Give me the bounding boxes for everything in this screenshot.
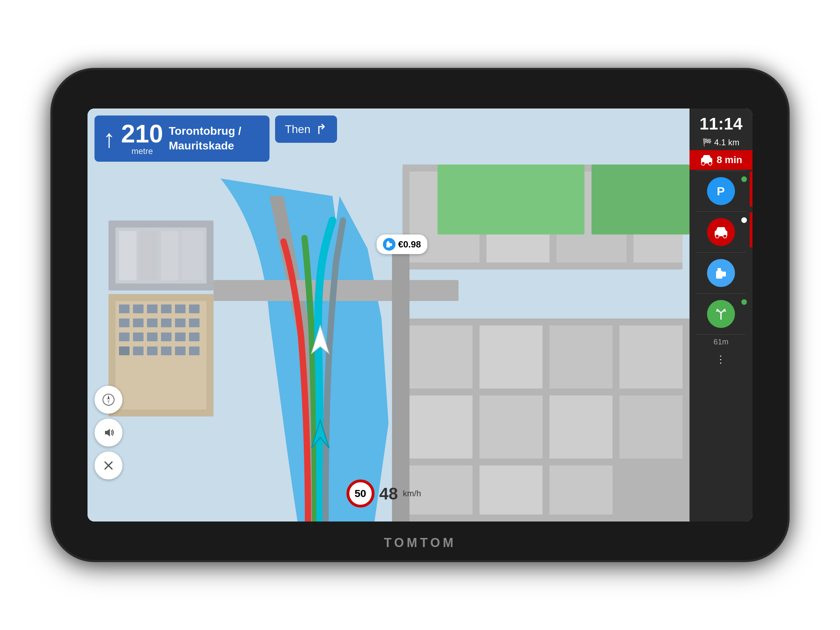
svg-point-66 [701, 162, 705, 165]
close-button[interactable] [95, 452, 123, 480]
svg-rect-19 [161, 319, 172, 327]
volume-button[interactable] [95, 418, 123, 447]
more-icon: ⋮ [716, 354, 726, 365]
divider-5 [696, 334, 746, 335]
svg-marker-59 [105, 429, 110, 436]
nav-bar: ↑ 210 metre Torontobrug / Mauritskade Th… [87, 109, 690, 162]
speed-display: 50 48 km/h [346, 480, 421, 507]
routes-dot [741, 299, 747, 305]
sidebar-distance-bottom: 61m [714, 335, 729, 349]
svg-rect-31 [161, 346, 172, 355]
svg-rect-45 [619, 325, 682, 388]
svg-rect-22 [119, 333, 129, 341]
parking-icon: P [713, 183, 729, 199]
svg-point-70 [715, 235, 719, 238]
more-button[interactable]: ⋮ [690, 349, 753, 370]
svg-rect-32 [175, 346, 185, 355]
direction-arrow-icon: ↑ [103, 126, 115, 151]
distance-text: 4.1 km [714, 137, 739, 147]
then-arrow-icon: ↱ [315, 121, 327, 137]
svg-rect-6 [161, 231, 178, 280]
svg-rect-44 [549, 325, 613, 388]
distance-number: 210 [121, 121, 163, 146]
screen: ↑ 210 metre Torontobrug / Mauritskade Th… [87, 109, 753, 521]
speed-unit: km/h [403, 489, 421, 498]
svg-text:P: P [717, 185, 725, 198]
compass-button[interactable] [95, 386, 123, 414]
brand-label: TOMTOM [384, 535, 456, 550]
fuel-price: €0.98 [398, 239, 421, 250]
svg-rect-5 [140, 231, 158, 280]
svg-rect-16 [119, 319, 129, 327]
direction-distance: 210 metre [121, 121, 163, 156]
svg-rect-21 [189, 319, 199, 327]
fuel-sidebar-icon-circle [707, 259, 735, 287]
svg-rect-27 [189, 333, 199, 341]
parking-button[interactable]: P [690, 172, 753, 211]
svg-rect-12 [147, 305, 158, 313]
left-controls [95, 386, 123, 480]
svg-point-71 [723, 235, 726, 238]
svg-rect-14 [175, 305, 185, 313]
svg-rect-25 [161, 333, 172, 341]
svg-rect-23 [133, 333, 144, 341]
divider-2 [696, 212, 746, 212]
svg-rect-46 [409, 395, 472, 458]
svg-rect-74 [717, 268, 721, 272]
svg-rect-33 [189, 346, 199, 355]
svg-rect-43 [480, 325, 543, 388]
map-svg [87, 109, 690, 521]
distance-unit: metre [121, 146, 163, 156]
svg-marker-58 [107, 400, 109, 404]
fuel-button[interactable] [690, 253, 753, 293]
traffic-dot [741, 217, 747, 223]
svg-rect-15 [189, 305, 199, 313]
fuel-sidebar-icon [714, 266, 728, 280]
svg-marker-57 [107, 395, 109, 400]
svg-rect-17 [133, 319, 144, 327]
svg-rect-52 [549, 466, 613, 515]
volume-icon [102, 426, 115, 439]
routes-button[interactable] [690, 294, 753, 333]
svg-rect-62 [387, 243, 390, 248]
direction-street: Torontobrug / Mauritskade [169, 124, 241, 153]
svg-rect-13 [161, 305, 172, 313]
svg-rect-42 [409, 325, 472, 388]
direction-card[interactable]: ↑ 210 metre Torontobrug / Mauritskade [95, 115, 270, 162]
svg-rect-72 [716, 271, 722, 279]
eta-block: 8 min [690, 150, 753, 170]
time-display: 11:14 [699, 109, 743, 136]
parking-dot [741, 177, 747, 182]
svg-rect-20 [175, 319, 185, 327]
svg-rect-11 [133, 305, 144, 313]
then-label: Then [285, 123, 311, 136]
svg-point-67 [708, 162, 712, 165]
car-icon-eta [699, 154, 714, 166]
svg-rect-30 [147, 346, 158, 355]
svg-rect-40 [592, 164, 690, 235]
svg-rect-7 [182, 231, 203, 280]
svg-rect-63 [390, 243, 392, 246]
routes-icon [714, 306, 728, 321]
speed-limit-sign: 50 [346, 480, 374, 507]
svg-rect-39 [437, 164, 584, 235]
map-area[interactable]: ↑ 210 metre Torontobrug / Mauritskade Th… [87, 109, 690, 521]
svg-rect-24 [147, 333, 158, 341]
distance-row: 🏁 4.1 km [690, 136, 753, 149]
car-icon [713, 225, 729, 239]
current-speed: 48 [379, 484, 398, 503]
traffic-icon-circle [707, 218, 735, 246]
then-card[interactable]: Then ↱ [275, 115, 337, 143]
traffic-button[interactable] [690, 212, 753, 252]
divider-4 [696, 293, 746, 294]
fuel-price-bubble[interactable]: €0.98 [377, 235, 427, 254]
svg-rect-64 [387, 241, 389, 243]
divider-1 [696, 171, 746, 171]
compass-icon [102, 393, 115, 406]
svg-rect-28 [119, 346, 129, 355]
svg-rect-73 [722, 272, 726, 276]
svg-rect-51 [480, 466, 543, 515]
close-icon [103, 460, 114, 471]
svg-rect-47 [480, 395, 543, 458]
svg-rect-10 [119, 305, 129, 313]
